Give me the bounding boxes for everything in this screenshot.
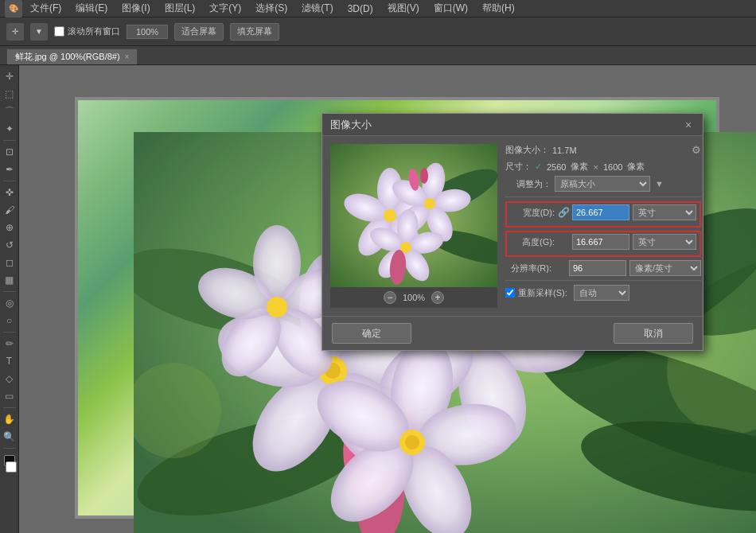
menu-image[interactable]: 图像(I): [115, 0, 156, 17]
ok-button[interactable]: 确定: [332, 323, 411, 344]
height-input[interactable]: [572, 234, 629, 250]
height-row: 高度(G): 英寸: [509, 234, 698, 250]
svg-point-65: [420, 168, 428, 184]
resample-label: 重新采样(S):: [518, 287, 567, 299]
resample-select[interactable]: 自动: [574, 285, 629, 301]
tool-divider-3: [3, 291, 16, 292]
preview-controls: − 100% +: [330, 287, 497, 308]
resolution-unit-select[interactable]: 像素/英寸: [629, 260, 701, 276]
eyedropper-tool[interactable]: ✒: [2, 161, 18, 177]
gear-icon[interactable]: ⚙: [692, 144, 701, 156]
dimension-height: 1600: [603, 162, 622, 172]
dialog-content: − 100% + 图像大小： 11.7M ⚙ 尺寸：: [322, 136, 703, 316]
resolution-row: 分辨率(R): 像素/英寸: [505, 260, 701, 276]
tool-divider-1: [3, 140, 16, 141]
background-color[interactable]: [6, 461, 17, 473]
canvas-area: 图像大小 ×: [19, 65, 756, 533]
dimension-width: 2560: [547, 162, 566, 172]
text-tool[interactable]: T: [2, 353, 18, 369]
move-tool[interactable]: ✛: [2, 68, 18, 84]
menu-file[interactable]: 文件(F): [24, 0, 68, 17]
tool-divider-6: [3, 448, 16, 449]
pen-tool[interactable]: ✏: [2, 336, 18, 352]
height-label: 高度(G):: [509, 236, 555, 248]
divider-1: [505, 196, 701, 197]
toolbox: ✛ ⬚ ⌒ ✦ ⊡ ✒ ✜ 🖌 ⊕ ↺ ◻ ▦ ◎ ○ ✏ T ◇ ▭ ✋ 🔍: [0, 65, 19, 533]
file-size-value: 11.7M: [552, 146, 577, 155]
svg-point-57: [424, 198, 435, 209]
resolution-input[interactable]: [569, 260, 626, 276]
toolbar: ✛ ▼ 滚动所有窗口 100% 适合屏幕 填充屏幕: [0, 18, 756, 46]
blur-tool[interactable]: ◎: [2, 295, 18, 311]
brush-tool[interactable]: 🖌: [2, 202, 18, 218]
width-unit-select[interactable]: 英寸: [633, 204, 696, 220]
settings-panel: 图像大小： 11.7M ⚙ 尺寸： ✓ 2560 像素 × 1600 像素: [505, 144, 701, 308]
fill-screen-button[interactable]: 填充屏幕: [230, 23, 279, 41]
tab-bar: 鲜花.jpg @ 100%(RGB/8#) ×: [0, 46, 756, 65]
width-input[interactable]: [572, 204, 629, 220]
adjust-row: 调整为： 原稿大小 ▼: [505, 176, 701, 192]
hand-tool[interactable]: ✋: [2, 411, 18, 427]
path-tool[interactable]: ◇: [2, 371, 18, 387]
heal-tool[interactable]: ✜: [2, 185, 18, 200]
move-tool-icon[interactable]: ✛: [6, 23, 24, 41]
dimension-x: ×: [593, 162, 598, 172]
adjust-select[interactable]: 原稿大小: [555, 176, 650, 192]
lasso-tool[interactable]: ⌒: [2, 103, 18, 119]
cancel-button[interactable]: 取消: [614, 323, 693, 344]
file-size-label: 图像大小：: [505, 144, 549, 156]
menu-window[interactable]: 窗口(W): [427, 0, 474, 17]
zoom-tool[interactable]: 🔍: [2, 429, 18, 445]
svg-point-34: [267, 297, 287, 317]
menu-select[interactable]: 选择(S): [249, 0, 294, 17]
options-icon[interactable]: ▼: [30, 23, 48, 41]
resample-row: 重新采样(S): 自动: [505, 285, 701, 301]
resample-checkbox[interactable]: [505, 288, 515, 298]
width-row: 宽度(D): 🔗 英寸: [509, 204, 698, 220]
history-brush[interactable]: ↺: [2, 237, 18, 253]
preview-flowers-svg: [330, 144, 497, 287]
height-section: 高度(G): 英寸: [505, 231, 701, 257]
gradient-tool[interactable]: ▦: [2, 272, 18, 288]
fit-screen-button[interactable]: 适合屏幕: [174, 23, 224, 41]
menu-text[interactable]: 文字(Y): [203, 0, 247, 17]
dodge-tool[interactable]: ○: [2, 313, 18, 329]
zoom-in-button[interactable]: +: [431, 291, 444, 304]
eraser-tool[interactable]: ◻: [2, 255, 18, 270]
preview-image: [330, 144, 497, 287]
width-label: 宽度(D):: [509, 207, 555, 219]
tab-close-icon[interactable]: ×: [125, 53, 130, 61]
file-size-row: 图像大小： 11.7M ⚙: [505, 144, 701, 156]
svg-point-51: [384, 209, 396, 222]
dialog-close-button[interactable]: ×: [682, 119, 695, 131]
select-tool[interactable]: ⬚: [2, 86, 18, 102]
menu-layer[interactable]: 图层(L): [158, 0, 202, 17]
adjust-label: 调整为：: [505, 178, 551, 190]
menu-help[interactable]: 帮助(H): [476, 0, 521, 17]
magic-wand-tool[interactable]: ✦: [2, 121, 18, 137]
crop-tool[interactable]: ⊡: [2, 144, 18, 160]
menu-3d[interactable]: 3D(D): [341, 2, 380, 16]
shape-tool[interactable]: ▭: [2, 388, 18, 404]
resolution-label: 分辨率(R):: [505, 263, 551, 274]
chain-icon: 🔗: [558, 207, 569, 218]
dimension-unit1: 像素: [571, 161, 588, 173]
document-tab[interactable]: 鲜花.jpg @ 100%(RGB/8#) ×: [6, 49, 138, 64]
clone-tool[interactable]: ⊕: [2, 220, 18, 235]
app-icon[interactable]: 🎨: [5, 0, 22, 18]
menu-filter[interactable]: 滤镜(T): [295, 0, 339, 17]
scroll-all-check[interactable]: 滚动所有窗口: [54, 25, 120, 37]
zoom-out-button[interactable]: −: [384, 291, 396, 304]
tab-label: 鲜花.jpg @ 100%(RGB/8#): [15, 51, 120, 63]
dimension-check: ✓: [535, 161, 542, 172]
dimension-row: 尺寸： ✓ 2560 像素 × 1600 像素: [505, 161, 701, 173]
image-size-dialog: 图像大小 ×: [321, 113, 703, 351]
tool-divider-2: [3, 181, 16, 181]
tool-divider-4: [3, 332, 16, 333]
menu-bar: 🎨 文件(F) 编辑(E) 图像(I) 图层(L) 文字(Y) 选择(S) 滤镜…: [0, 0, 756, 18]
preview-zoom-label: 100%: [403, 293, 425, 302]
menu-view[interactable]: 视图(V): [381, 0, 426, 17]
height-unit-select[interactable]: 英寸: [633, 234, 696, 250]
menu-edit[interactable]: 编辑(E): [69, 0, 114, 17]
dimension-label: 尺寸：: [505, 161, 532, 173]
